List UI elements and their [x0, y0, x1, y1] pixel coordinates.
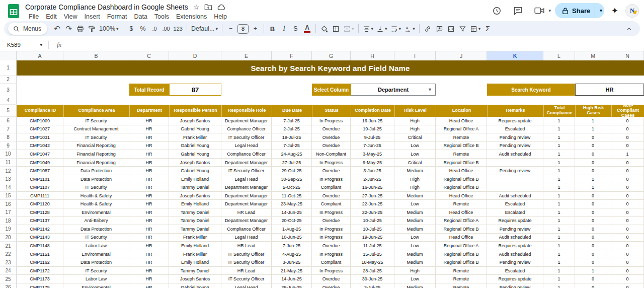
cell-A11[interactable]: CMP1049: [17, 159, 63, 167]
menu-insert[interactable]: Insert: [81, 13, 104, 20]
cell-M25[interactable]: 0: [575, 275, 611, 283]
cell-G19[interactable]: In Progress: [312, 225, 351, 234]
column-header-G[interactable]: G: [312, 51, 351, 60]
cell-A18[interactable]: CMP1137: [17, 217, 63, 226]
cell-F7[interactable]: 2-Jul-25: [272, 125, 312, 134]
row-number-17[interactable]: 17: [0, 208, 17, 217]
cell-N24[interactable]: 0: [611, 267, 644, 275]
cell-L13[interactable]: 1: [543, 175, 575, 184]
table-header-high-risk-cases[interactable]: High Risk Cases: [575, 105, 611, 117]
merge-cells-button[interactable]: ▾: [342, 23, 356, 35]
cell-A13[interactable]: CMP1101: [17, 175, 63, 184]
cell-D26[interactable]: Gabriel Young: [169, 283, 221, 288]
cell-B10[interactable]: Financial Reporting: [63, 150, 129, 159]
decrease-font-size-button[interactable]: −: [225, 23, 236, 35]
cell-K24[interactable]: Escalated: [487, 267, 543, 275]
cell-F10[interactable]: 24-Aug-25: [272, 150, 312, 159]
cell-M13[interactable]: 1: [575, 175, 611, 184]
cell-E12[interactable]: IT Security Officer: [221, 167, 272, 175]
cell-M11[interactable]: 0: [575, 159, 611, 167]
row-number-10[interactable]: 10: [0, 150, 17, 159]
cell-C23[interactable]: HR: [129, 258, 169, 267]
cell-H23[interactable]: 18-May-25: [351, 258, 394, 267]
cell-G23[interactable]: Compliant: [312, 258, 351, 267]
cell-J21[interactable]: Regional Office A: [436, 242, 487, 250]
select-column-dropdown[interactable]: Department ▼: [351, 84, 436, 96]
table-header-total-compliance[interactable]: Total Compliance: [543, 105, 575, 117]
cell-M7[interactable]: 1: [575, 125, 611, 134]
increase-decimal-button[interactable]: .00: [160, 23, 172, 35]
column-header-I[interactable]: I: [394, 51, 436, 60]
row-number-26[interactable]: 26: [0, 283, 17, 288]
account-avatar[interactable]: N: [625, 4, 639, 18]
cell-C12[interactable]: HR: [129, 167, 169, 175]
cell-G14[interactable]: Compliant: [312, 183, 351, 192]
cell-A21[interactable]: CMP1148: [17, 242, 63, 250]
more-formats-button[interactable]: 123: [172, 23, 184, 35]
table-header-risk-level[interactable]: Risk Level: [394, 105, 436, 117]
row-number-12[interactable]: 12: [0, 167, 17, 175]
font-size-input[interactable]: 8: [237, 24, 249, 34]
cell-G6[interactable]: In Progress: [312, 117, 351, 125]
cell-H7[interactable]: 19-Jul-25: [351, 125, 394, 134]
cell-H21[interactable]: 11-Jul-25: [351, 242, 394, 250]
insert-link-button[interactable]: [422, 23, 434, 35]
cell-D20[interactable]: Frank Miller: [169, 234, 221, 242]
cell-E20[interactable]: Legal Head: [221, 234, 272, 242]
cell-G26[interactable]: Overdue: [312, 283, 351, 288]
insert-chart-button[interactable]: [445, 23, 457, 35]
table-header-department[interactable]: Department: [129, 105, 169, 117]
cell-K18[interactable]: Requires update: [487, 217, 543, 226]
cell-I13[interactable]: High: [394, 175, 436, 184]
cell-M12[interactable]: 0: [575, 167, 611, 175]
cell-L22[interactable]: 1: [543, 250, 575, 259]
table-header-completion-date[interactable]: Completion Date: [351, 105, 394, 117]
cell-B8[interactable]: IT Security: [63, 133, 129, 142]
cell-N6[interactable]: 0: [611, 117, 644, 125]
cell-I17[interactable]: Medium: [394, 208, 436, 217]
cell-M18[interactable]: 0: [575, 217, 611, 226]
menu-format[interactable]: Format: [104, 13, 131, 20]
cell-I14[interactable]: High: [394, 183, 436, 192]
table-header-remarks[interactable]: Remarks: [487, 105, 543, 117]
cell-H17[interactable]: 22-Jun-25: [351, 208, 394, 217]
cell-G12[interactable]: Overdue: [312, 167, 351, 175]
cell-N21[interactable]: 0: [611, 242, 644, 250]
cell-I11[interactable]: Critical: [394, 159, 436, 167]
text-color-button[interactable]: A: [301, 23, 313, 35]
cell-H22[interactable]: 15-Jul-25: [351, 250, 394, 259]
cell-N14[interactable]: 0: [611, 183, 644, 192]
cell-B20[interactable]: IT Security: [63, 234, 129, 242]
cell-F21[interactable]: 7-Jun-25: [272, 242, 312, 250]
cell-B26[interactable]: Environmental: [63, 283, 129, 288]
cell-D12[interactable]: Gabriel Young: [169, 167, 221, 175]
cell-K6[interactable]: Requires update: [487, 117, 543, 125]
row-number-11[interactable]: 11: [0, 159, 17, 167]
cell-H6[interactable]: 16-Jun-25: [351, 117, 394, 125]
cell-B6[interactable]: IT Security: [63, 117, 129, 125]
strikethrough-button[interactable]: S: [290, 23, 301, 35]
cell-H13[interactable]: 2-Jun-25: [351, 175, 394, 184]
cell-F18[interactable]: 20-Oct-25: [272, 217, 312, 226]
cell-J18[interactable]: Regional Office A: [436, 217, 487, 226]
format-currency-button[interactable]: $: [126, 23, 137, 35]
row-number-6[interactable]: 6: [0, 117, 17, 125]
row-number-9[interactable]: 9: [0, 142, 17, 151]
cell-J6[interactable]: Head Office: [436, 117, 487, 125]
row-number-25[interactable]: 25: [0, 275, 17, 283]
menu-file[interactable]: File: [25, 13, 42, 20]
table-header-status[interactable]: Status: [312, 105, 351, 117]
cell-C22[interactable]: HR: [129, 250, 169, 259]
cell-B16[interactable]: Health & Safety: [63, 200, 129, 209]
cell-F20[interactable]: 10-Jun-25: [272, 234, 312, 242]
cell-I15[interactable]: Medium: [394, 192, 436, 200]
cell-E16[interactable]: Department Manager: [221, 200, 272, 209]
cell-M26[interactable]: 0: [575, 283, 611, 288]
cell-D21[interactable]: Emily Holland: [169, 242, 221, 250]
cell-K17[interactable]: Escalated: [487, 208, 543, 217]
cell-M24[interactable]: 1: [575, 267, 611, 275]
cell-A12[interactable]: CMP1087: [17, 167, 63, 175]
cell-E19[interactable]: Compliance Officer: [221, 225, 272, 234]
cell-M8[interactable]: 0: [575, 133, 611, 142]
cell-J22[interactable]: Regional Office B: [436, 250, 487, 259]
